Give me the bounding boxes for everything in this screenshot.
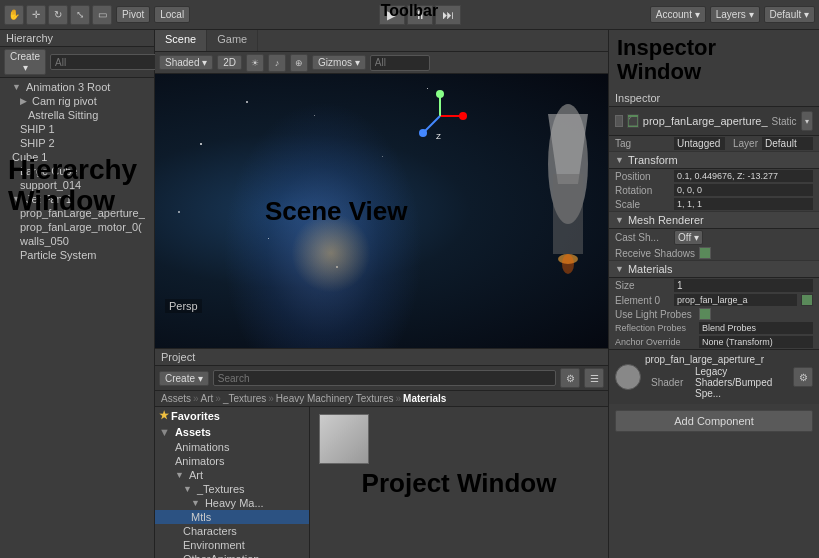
project-view-icon[interactable]: ☰ — [584, 368, 604, 388]
tree-otheranimation[interactable]: OtherAnimation — [155, 552, 309, 558]
receive-shadows-label: Receive Shadows — [615, 248, 695, 259]
tree-characters[interactable]: Characters — [155, 524, 309, 538]
persp-label: Persp — [165, 299, 202, 313]
tree-item-ship2[interactable]: SHIP 2 — [0, 136, 154, 150]
tree-item-jetfan1[interactable]: ▼Jet Fan 1 — [0, 192, 154, 206]
tree-item-propfanlarge[interactable]: prop_fanLarge_aperture_ — [0, 206, 154, 220]
mesh-renderer-section[interactable]: ▼ Mesh Renderer — [609, 211, 819, 229]
use-light-probes-checkbox[interactable] — [699, 308, 711, 320]
obj-active-checkbox[interactable] — [615, 115, 623, 127]
breadcrumb-textures[interactable]: _Textures — [223, 393, 266, 404]
project-create-button[interactable]: Create ▾ — [159, 371, 209, 386]
layers-dropdown[interactable]: Layers ▾ — [710, 6, 760, 23]
move-tool-icon[interactable]: ✛ — [26, 5, 46, 25]
scene-light-flare — [291, 213, 371, 293]
tree-textures[interactable]: ▼_Textures — [155, 482, 309, 496]
size-value[interactable]: 1 — [674, 279, 813, 292]
cast-shadows-row: Cast Sh... Off ▾ — [609, 229, 819, 246]
inspector-object: ⬛ prop_fanLarge_aperture_ Static ▾ — [609, 107, 819, 136]
account-dropdown[interactable]: Account ▾ — [650, 6, 706, 23]
tree-item-animation3root[interactable]: ▼Animation 3 Root — [0, 80, 154, 94]
tree-assets-root[interactable]: ▼Assets — [155, 424, 309, 440]
layer-value[interactable]: Default — [762, 137, 813, 150]
tree-item-astrellasitting[interactable]: Astrella Sitting — [0, 108, 154, 122]
scale-value[interactable]: 1, 1, 1 — [674, 198, 813, 210]
tree-item-support014[interactable]: support_014 — [0, 178, 154, 192]
rect-tool-icon[interactable]: ▭ — [92, 5, 112, 25]
breadcrumb-materials[interactable]: Materials — [403, 393, 446, 404]
tree-item-particlesystem[interactable]: Particle System — [0, 248, 154, 262]
tab-scene[interactable]: Scene — [155, 30, 207, 51]
rotation-value[interactable]: 0, 0, 0 — [674, 184, 813, 196]
gizmos-dropdown[interactable]: Gizmos ▾ — [312, 55, 366, 70]
star-5 — [178, 211, 180, 213]
svg-point-4 — [562, 254, 574, 274]
inspector-window: Inspector Window Inspector ⬛ prop_fanLar… — [609, 30, 819, 558]
hand-tool-icon[interactable]: ✋ — [4, 5, 24, 25]
tree-art[interactable]: ▼Art — [155, 468, 309, 482]
inspector-content: ▼ Transform Position 0.1, 0.449676, Z: -… — [609, 151, 819, 558]
reflection-probes-row: Reflection Probes Blend Probes — [609, 321, 819, 335]
asset-item-material[interactable] — [314, 411, 374, 467]
tree-heavyma[interactable]: ▼Heavy Ma... — [155, 496, 309, 510]
inspector-bottom-material: prop_fan_large_aperture_r Shader Legacy … — [609, 349, 819, 404]
2d-toggle[interactable]: 2D — [217, 55, 242, 70]
default-layout-dropdown[interactable]: Default ▾ — [764, 6, 815, 23]
breadcrumb-assets[interactable]: Assets — [161, 393, 191, 404]
scene-fx-icon[interactable]: ⊕ — [290, 54, 308, 72]
rotation-label: Rotation — [615, 185, 670, 196]
local-dropdown[interactable]: Local — [154, 6, 190, 23]
tool-icons-group: ✋ ✛ ↻ ⤡ ▭ — [4, 5, 112, 25]
tree-mtls[interactable]: Mtls — [155, 510, 309, 524]
material-name-section: prop_fan_large_aperture_r Shader Legacy … — [645, 354, 789, 400]
material-settings-icon[interactable]: ⚙ — [793, 367, 813, 387]
rotate-tool-icon[interactable]: ↻ — [48, 5, 68, 25]
inspector-tag-row: Tag Untagged Layer Default — [609, 136, 819, 151]
breadcrumb-heavy[interactable]: Heavy Machinery Textures — [276, 393, 394, 404]
position-value[interactable]: 0.1, 0.449676, Z: -13.277 — [674, 170, 813, 182]
project-search-input[interactable] — [213, 370, 556, 386]
inspector-header: Inspector — [609, 90, 819, 107]
scene-light-icon[interactable]: ☀ — [246, 54, 264, 72]
tree-favorites[interactable]: ★ Favorites — [155, 407, 309, 424]
mesh-renderer-label: Mesh Renderer — [628, 214, 704, 226]
hierarchy-create-button[interactable]: Create ▾ — [4, 49, 46, 75]
pause-button[interactable]: ⏸ — [407, 5, 433, 25]
tree-item-camrigpivot[interactable]: ▶Cam rig pivot — [0, 94, 154, 108]
tree-item-ship1[interactable]: SHIP 1 — [0, 122, 154, 136]
tab-game[interactable]: Game — [207, 30, 258, 51]
tree-item-walls050[interactable]: walls_050 — [0, 234, 154, 248]
tree-item-propfanmotor[interactable]: prop_fanLarge_motor_0( — [0, 220, 154, 234]
tree-item-cube1[interactable]: Cube 1 — [0, 150, 154, 164]
main-layout: Hierarchy Create ▾ ▼Animation 3 Root ▶Ca… — [0, 30, 819, 558]
breadcrumb-art[interactable]: Art — [201, 393, 214, 404]
material-color — [801, 294, 813, 306]
cast-shadows-dropdown[interactable]: Off ▾ — [674, 230, 703, 245]
materials-section[interactable]: ▼ Materials — [609, 260, 819, 278]
add-component-button[interactable]: Add Component — [615, 410, 813, 432]
scale-tool-icon[interactable]: ⤡ — [70, 5, 90, 25]
pivot-dropdown[interactable]: Pivot — [116, 6, 150, 23]
tag-value[interactable]: Untagged — [674, 137, 725, 150]
tree-item-largecube[interactable]: Large Cube — [0, 164, 154, 178]
transform-section[interactable]: ▼ Transform — [609, 151, 819, 169]
transform-label: Transform — [628, 154, 678, 166]
inspector-window-label: Inspector Window — [609, 30, 819, 90]
project-options-icon[interactable]: ⚙ — [560, 368, 580, 388]
hierarchy-window: Hierarchy Create ▾ ▼Animation 3 Root ▶Ca… — [0, 30, 155, 558]
tree-environment[interactable]: Environment — [155, 538, 309, 552]
tree-animations[interactable]: Animations — [155, 440, 309, 454]
play-button[interactable]: ▶ — [379, 5, 405, 25]
scene-search-input[interactable] — [370, 55, 430, 71]
element0-value[interactable]: prop_fan_large_a — [674, 294, 797, 306]
obj-static-icon[interactable]: ▾ — [801, 111, 813, 131]
shaded-dropdown[interactable]: Shaded ▾ — [159, 55, 213, 70]
anchor-override-value[interactable]: None (Transform) — [699, 336, 813, 348]
tree-animators[interactable]: Animators — [155, 454, 309, 468]
receive-shadows-checkbox[interactable] — [699, 247, 711, 259]
scene-audio-icon[interactable]: ♪ — [268, 54, 286, 72]
size-label: Size — [615, 280, 670, 291]
center-panel: Scene Game Shaded ▾ 2D ☀ ♪ ⊕ Gizmos ▾ — [155, 30, 609, 558]
step-button[interactable]: ⏭ — [435, 5, 461, 25]
reflection-probes-value[interactable]: Blend Probes — [699, 322, 813, 334]
